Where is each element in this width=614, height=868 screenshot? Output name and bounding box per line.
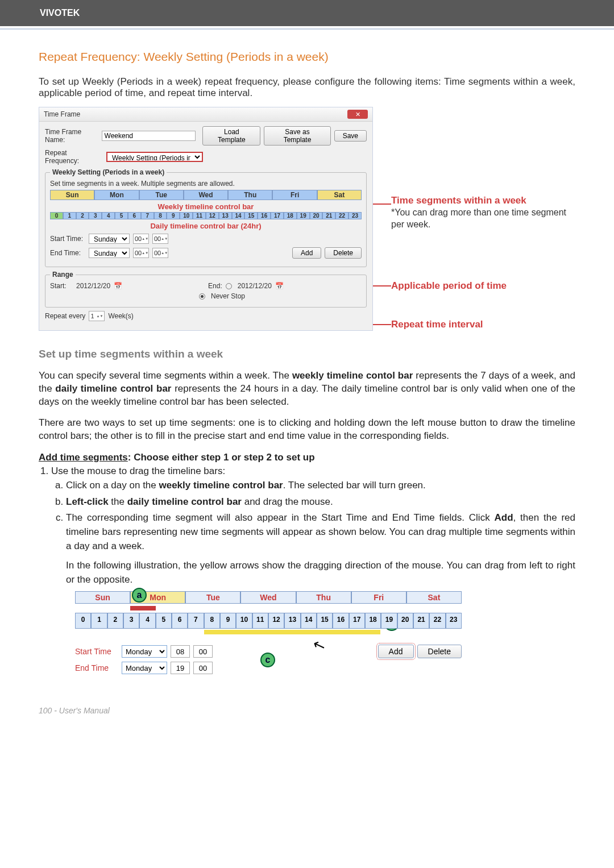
- add-button[interactable]: Add: [292, 247, 321, 259]
- hour-cell[interactable]: 18: [365, 613, 381, 629]
- hour-cell[interactable]: 4: [102, 212, 115, 219]
- hour-cell[interactable]: 3: [123, 613, 139, 629]
- day-sat[interactable]: Sat: [406, 591, 462, 604]
- hour-cell[interactable]: 17: [271, 212, 284, 219]
- hour-cell[interactable]: 19: [297, 212, 310, 219]
- day-fri[interactable]: Fri: [272, 190, 317, 200]
- ill2-add-button[interactable]: Add: [378, 645, 414, 658]
- hour-cell[interactable]: 23: [349, 212, 362, 219]
- hour-cell[interactable]: 1: [63, 212, 76, 219]
- hour-cell[interactable]: 6: [128, 212, 141, 219]
- ill2-end-day[interactable]: Monday: [122, 662, 167, 674]
- day-sat[interactable]: Sat: [317, 190, 362, 200]
- hour-cell[interactable]: 2: [76, 212, 89, 219]
- end-date-radio[interactable]: [226, 283, 232, 289]
- hour-cell[interactable]: 7: [141, 212, 154, 219]
- hour-cell[interactable]: 9: [220, 613, 236, 629]
- repeat-every-spinner[interactable]: 1▲▼: [89, 311, 105, 321]
- annotation-2: Applicable period of time: [391, 280, 507, 292]
- ill2-start-mm[interactable]: 00: [193, 645, 213, 658]
- save-button[interactable]: Save: [334, 130, 367, 142]
- day-fri[interactable]: Fri: [351, 591, 406, 604]
- end-day-select[interactable]: Sunday: [89, 248, 130, 258]
- ill2-hours-row[interactable]: 01234567891011121314151617181920212223: [75, 613, 462, 629]
- end-hh-spinner[interactable]: 00▲▼: [133, 248, 149, 258]
- hour-cell[interactable]: 23: [446, 613, 462, 629]
- hour-cell[interactable]: 12: [206, 212, 219, 219]
- hour-cell[interactable]: 10: [180, 212, 193, 219]
- hour-cell[interactable]: 15: [317, 613, 333, 629]
- range-fieldset: Range Start: 2012/12/20 📅 End: 2012/12/2…: [45, 271, 367, 308]
- hour-cell[interactable]: 13: [284, 613, 300, 629]
- hour-cell[interactable]: 5: [156, 613, 172, 629]
- hour-cell[interactable]: 8: [204, 613, 220, 629]
- ill2-end-hh[interactable]: 19: [171, 662, 190, 674]
- hour-cell[interactable]: 19: [381, 613, 397, 629]
- time-frame-dialog: Time Frame ✕ Time Frame Name: Load Templ…: [39, 107, 373, 331]
- subheading: Set up time segments within a week: [39, 348, 575, 360]
- start-day-select[interactable]: Sunday: [89, 234, 130, 244]
- hour-cell[interactable]: 4: [139, 613, 155, 629]
- hour-cell[interactable]: 21: [322, 212, 335, 219]
- hour-cell[interactable]: 17: [349, 613, 365, 629]
- hour-cell[interactable]: 5: [115, 212, 128, 219]
- hour-cell[interactable]: 16: [333, 613, 349, 629]
- hour-cell[interactable]: 9: [167, 212, 180, 219]
- hour-cell[interactable]: 1: [91, 613, 107, 629]
- never-stop-radio[interactable]: [199, 293, 205, 300]
- day-tue[interactable]: Tue: [139, 190, 184, 200]
- hour-cell[interactable]: 11: [193, 212, 206, 219]
- hour-cell[interactable]: 12: [268, 613, 284, 629]
- hour-cell[interactable]: 22: [429, 613, 445, 629]
- delete-button[interactable]: Delete: [325, 247, 362, 259]
- day-wed[interactable]: Wed: [240, 591, 296, 604]
- save-as-template-button[interactable]: Save as Template: [264, 126, 330, 146]
- start-time-label: Start Time:: [50, 235, 85, 243]
- hour-cell[interactable]: 21: [413, 613, 429, 629]
- frame-name-input[interactable]: [102, 131, 196, 141]
- weekly-days-row[interactable]: Sun Mon Tue Wed Thu Fri Sat: [50, 190, 362, 200]
- ill2-start-day[interactable]: Monday: [122, 645, 167, 658]
- day-sun[interactable]: Sun: [75, 591, 130, 604]
- hour-cell[interactable]: 0: [75, 613, 91, 629]
- calendar-icon[interactable]: 📅: [114, 282, 122, 290]
- end-mm-spinner[interactable]: 00▲▼: [152, 248, 168, 258]
- hour-cell[interactable]: 18: [284, 212, 297, 219]
- annotation-line-1: [373, 203, 391, 205]
- ill2-end-mm[interactable]: 00: [193, 662, 213, 674]
- hour-cell[interactable]: 14: [232, 212, 245, 219]
- calendar-icon[interactable]: 📅: [275, 282, 283, 290]
- weekly-fieldset: Weekly Setting (Periods in a week) Set t…: [45, 168, 367, 267]
- hour-cell[interactable]: 0: [50, 212, 63, 219]
- hours-row[interactable]: 01234567891011121314151617181920212223: [50, 212, 362, 219]
- start-hh-spinner[interactable]: 00▲▼: [133, 234, 149, 244]
- day-mon[interactable]: Mon: [94, 190, 139, 200]
- hour-cell[interactable]: 16: [258, 212, 271, 219]
- ill2-start-hh[interactable]: 08: [171, 645, 190, 658]
- start-mm-spinner[interactable]: 00▲▼: [152, 234, 168, 244]
- hour-cell[interactable]: 11: [252, 613, 268, 629]
- repeat-unit: Week(s): [108, 312, 133, 320]
- day-tue[interactable]: Tue: [185, 591, 240, 604]
- hour-cell[interactable]: 13: [219, 212, 232, 219]
- hour-cell[interactable]: 20: [397, 613, 413, 629]
- ill2-delete-button[interactable]: Delete: [417, 645, 462, 658]
- hour-cell[interactable]: 3: [89, 212, 102, 219]
- hour-cell[interactable]: 10: [236, 613, 252, 629]
- hour-cell[interactable]: 22: [335, 212, 349, 219]
- hour-cell[interactable]: 6: [172, 613, 188, 629]
- close-icon[interactable]: ✕: [347, 110, 368, 119]
- hour-cell[interactable]: 15: [244, 212, 258, 219]
- repeat-freq-select[interactable]: Weekly Setting (Periods in a week): [106, 152, 203, 162]
- hour-cell[interactable]: 20: [310, 212, 323, 219]
- hour-cell[interactable]: 8: [154, 212, 167, 219]
- day-thu[interactable]: Thu: [228, 190, 272, 200]
- load-template-button[interactable]: Load Template: [202, 126, 260, 146]
- hour-cell[interactable]: 2: [107, 613, 123, 629]
- hour-cell[interactable]: 14: [301, 613, 317, 629]
- day-sun[interactable]: Sun: [50, 190, 94, 200]
- day-thu[interactable]: Thu: [296, 591, 351, 604]
- weekly-legend: Weekly Setting (Periods in a week): [50, 168, 167, 176]
- hour-cell[interactable]: 7: [188, 613, 204, 629]
- day-wed[interactable]: Wed: [184, 190, 228, 200]
